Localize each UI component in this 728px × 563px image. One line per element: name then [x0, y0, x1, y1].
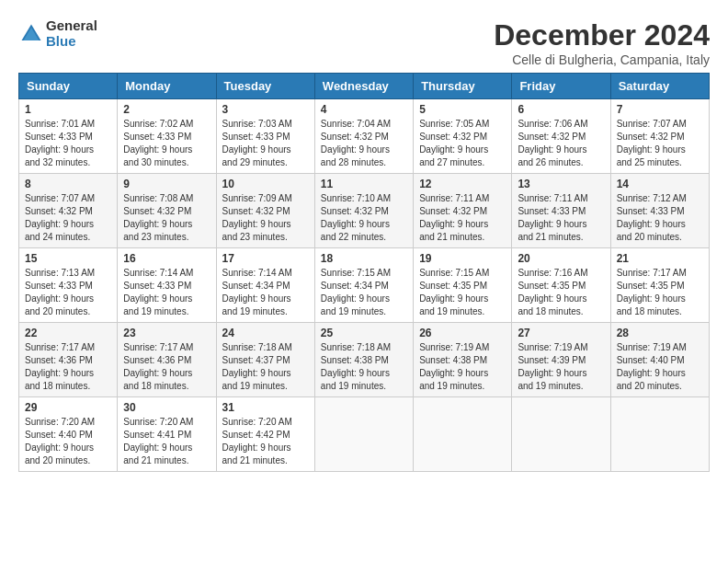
calendar-cell: 15Sunrise: 7:13 AMSunset: 4:33 PMDayligh…: [19, 248, 118, 323]
calendar-week-1: 1Sunrise: 7:01 AMSunset: 4:33 PMDaylight…: [19, 99, 710, 174]
calendar-cell: 27Sunrise: 7:19 AMSunset: 4:39 PMDayligh…: [512, 323, 610, 397]
calendar-cell: 7Sunrise: 7:07 AMSunset: 4:32 PMDaylight…: [610, 99, 709, 174]
day-info: Sunrise: 7:07 AMSunset: 4:32 PMDaylight:…: [617, 118, 703, 169]
header-saturday: Saturday: [610, 74, 709, 99]
day-number: 20: [518, 252, 604, 265]
day-number: 31: [222, 401, 309, 414]
day-number: 2: [123, 103, 210, 116]
header-tuesday: Tuesday: [216, 74, 314, 99]
day-info: Sunrise: 7:16 AMSunset: 4:35 PMDaylight:…: [518, 267, 604, 318]
day-info: Sunrise: 7:20 AMSunset: 4:42 PMDaylight:…: [222, 416, 309, 467]
logo: General Blue: [18, 18, 97, 49]
calendar-cell: 30Sunrise: 7:20 AMSunset: 4:41 PMDayligh…: [118, 397, 216, 472]
calendar-cell: 20Sunrise: 7:16 AMSunset: 4:35 PMDayligh…: [512, 248, 610, 323]
page-header: General Blue December 2024 Celle di Bulg…: [18, 18, 710, 67]
header-friday: Friday: [512, 74, 610, 99]
calendar-cell: 9Sunrise: 7:08 AMSunset: 4:32 PMDaylight…: [118, 174, 216, 248]
calendar-cell: 26Sunrise: 7:19 AMSunset: 4:38 PMDayligh…: [414, 323, 512, 397]
calendar-week-3: 15Sunrise: 7:13 AMSunset: 4:33 PMDayligh…: [19, 248, 710, 323]
day-number: 1: [25, 103, 111, 116]
calendar-cell: 13Sunrise: 7:11 AMSunset: 4:33 PMDayligh…: [512, 174, 610, 248]
day-number: 24: [222, 327, 309, 339]
calendar-cell: 14Sunrise: 7:12 AMSunset: 4:33 PMDayligh…: [610, 174, 709, 248]
calendar-cell: [610, 397, 709, 472]
calendar-cell: 16Sunrise: 7:14 AMSunset: 4:33 PMDayligh…: [118, 248, 216, 323]
day-number: 3: [222, 103, 309, 116]
day-number: 23: [123, 327, 210, 339]
day-info: Sunrise: 7:12 AMSunset: 4:33 PMDaylight:…: [617, 192, 703, 244]
day-number: 8: [25, 178, 111, 190]
calendar-cell: 21Sunrise: 7:17 AMSunset: 4:35 PMDayligh…: [610, 248, 709, 323]
day-info: Sunrise: 7:04 AMSunset: 4:32 PMDaylight:…: [321, 118, 407, 169]
day-info: Sunrise: 7:14 AMSunset: 4:34 PMDaylight:…: [222, 267, 309, 318]
calendar-week-2: 8Sunrise: 7:07 AMSunset: 4:32 PMDaylight…: [19, 174, 710, 248]
calendar-cell: 4Sunrise: 7:04 AMSunset: 4:32 PMDaylight…: [314, 99, 413, 174]
header-thursday: Thursday: [414, 74, 512, 99]
day-number: 15: [25, 252, 111, 265]
day-number: 29: [25, 401, 111, 414]
day-info: Sunrise: 7:08 AMSunset: 4:32 PMDaylight:…: [123, 192, 210, 244]
day-info: Sunrise: 7:11 AMSunset: 4:33 PMDaylight:…: [518, 192, 604, 244]
calendar-cell: 18Sunrise: 7:15 AMSunset: 4:34 PMDayligh…: [314, 248, 413, 323]
day-number: 12: [419, 178, 506, 190]
calendar-cell: 6Sunrise: 7:06 AMSunset: 4:32 PMDaylight…: [512, 99, 610, 174]
calendar-cell: 10Sunrise: 7:09 AMSunset: 4:32 PMDayligh…: [216, 174, 314, 248]
day-number: 17: [222, 252, 309, 265]
calendar-cell: 29Sunrise: 7:20 AMSunset: 4:40 PMDayligh…: [19, 397, 118, 472]
location-text: Celle di Bulgheria, Campania, Italy: [494, 52, 710, 67]
calendar-cell: 3Sunrise: 7:03 AMSunset: 4:33 PMDaylight…: [216, 99, 314, 174]
day-number: 21: [617, 252, 703, 265]
day-number: 14: [617, 178, 703, 190]
calendar-week-5: 29Sunrise: 7:20 AMSunset: 4:40 PMDayligh…: [19, 397, 710, 472]
header-sunday: Sunday: [19, 74, 118, 99]
day-info: Sunrise: 7:01 AMSunset: 4:33 PMDaylight:…: [25, 118, 111, 169]
day-info: Sunrise: 7:15 AMSunset: 4:34 PMDaylight:…: [321, 267, 407, 318]
day-info: Sunrise: 7:18 AMSunset: 4:37 PMDaylight:…: [222, 341, 309, 393]
calendar-cell: [414, 397, 512, 472]
day-number: 27: [518, 327, 604, 339]
calendar-cell: 24Sunrise: 7:18 AMSunset: 4:37 PMDayligh…: [216, 323, 314, 397]
day-info: Sunrise: 7:05 AMSunset: 4:32 PMDaylight:…: [419, 118, 506, 169]
day-number: 9: [123, 178, 210, 190]
day-number: 22: [25, 327, 111, 339]
calendar-week-4: 22Sunrise: 7:17 AMSunset: 4:36 PMDayligh…: [19, 323, 710, 397]
day-number: 4: [321, 103, 407, 116]
day-number: 11: [321, 178, 407, 190]
day-info: Sunrise: 7:09 AMSunset: 4:32 PMDaylight:…: [222, 192, 309, 244]
header-monday: Monday: [118, 74, 216, 99]
title-block: December 2024 Celle di Bulgheria, Campan…: [494, 18, 710, 67]
calendar-cell: [512, 397, 610, 472]
calendar-cell: 12Sunrise: 7:11 AMSunset: 4:32 PMDayligh…: [414, 174, 512, 248]
day-number: 30: [123, 401, 210, 414]
calendar-cell: [314, 397, 413, 472]
logo-general-text: General: [46, 18, 97, 34]
calendar-header-row: SundayMondayTuesdayWednesdayThursdayFrid…: [19, 74, 710, 99]
day-info: Sunrise: 7:17 AMSunset: 4:35 PMDaylight:…: [617, 267, 703, 318]
day-number: 19: [419, 252, 506, 265]
calendar-cell: 31Sunrise: 7:20 AMSunset: 4:42 PMDayligh…: [216, 397, 314, 472]
day-number: 13: [518, 178, 604, 190]
calendar-cell: 19Sunrise: 7:15 AMSunset: 4:35 PMDayligh…: [414, 248, 512, 323]
day-info: Sunrise: 7:20 AMSunset: 4:40 PMDaylight:…: [25, 416, 111, 467]
day-info: Sunrise: 7:13 AMSunset: 4:33 PMDaylight:…: [25, 267, 111, 318]
logo-blue-text: Blue: [46, 34, 97, 50]
day-number: 16: [123, 252, 210, 265]
calendar-cell: 25Sunrise: 7:18 AMSunset: 4:38 PMDayligh…: [314, 323, 413, 397]
calendar-cell: 5Sunrise: 7:05 AMSunset: 4:32 PMDaylight…: [414, 99, 512, 174]
day-number: 7: [617, 103, 703, 116]
day-info: Sunrise: 7:11 AMSunset: 4:32 PMDaylight:…: [419, 192, 506, 244]
day-number: 5: [419, 103, 506, 116]
day-info: Sunrise: 7:15 AMSunset: 4:35 PMDaylight:…: [419, 267, 506, 318]
header-wednesday: Wednesday: [314, 74, 413, 99]
day-info: Sunrise: 7:19 AMSunset: 4:39 PMDaylight:…: [518, 341, 604, 393]
day-info: Sunrise: 7:18 AMSunset: 4:38 PMDaylight:…: [321, 341, 407, 393]
calendar-cell: 8Sunrise: 7:07 AMSunset: 4:32 PMDaylight…: [19, 174, 118, 248]
logo-icon: [18, 21, 44, 47]
day-info: Sunrise: 7:07 AMSunset: 4:32 PMDaylight:…: [25, 192, 111, 244]
day-info: Sunrise: 7:17 AMSunset: 4:36 PMDaylight:…: [25, 341, 111, 393]
day-number: 26: [419, 327, 506, 339]
day-info: Sunrise: 7:06 AMSunset: 4:32 PMDaylight:…: [518, 118, 604, 169]
day-info: Sunrise: 7:17 AMSunset: 4:36 PMDaylight:…: [123, 341, 210, 393]
day-info: Sunrise: 7:19 AMSunset: 4:38 PMDaylight:…: [419, 341, 506, 393]
calendar-cell: 2Sunrise: 7:02 AMSunset: 4:33 PMDaylight…: [118, 99, 216, 174]
